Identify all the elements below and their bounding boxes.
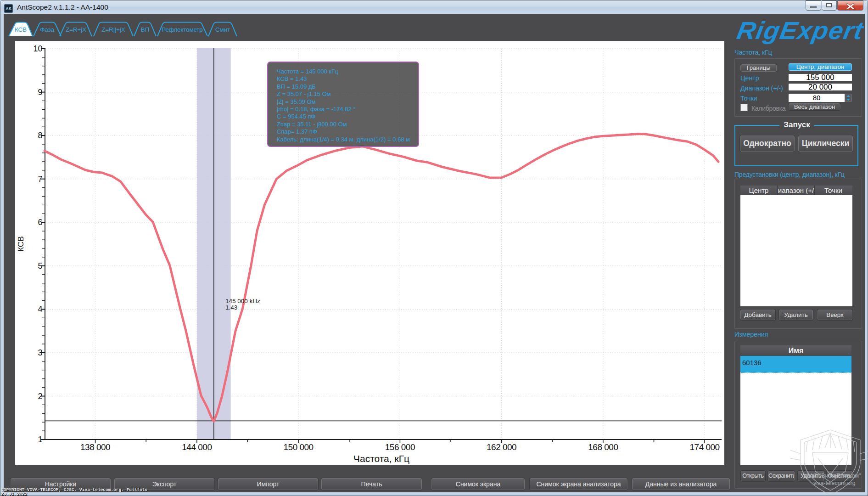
- svg-text:4: 4: [38, 304, 42, 314]
- svg-text:1: 1: [38, 435, 42, 444]
- svg-text:Фаза: Фаза: [40, 26, 54, 33]
- svg-text:Z=R+jX: Z=R+jX: [66, 26, 86, 33]
- svg-text:138 000: 138 000: [80, 442, 110, 452]
- svg-text:КСВ: КСВ: [17, 236, 25, 251]
- svg-text:10: 10: [33, 44, 42, 53]
- svg-text:1.43: 1.43: [225, 304, 237, 311]
- svg-text:156 000: 156 000: [385, 442, 415, 452]
- svg-text:144 000: 144 000: [182, 442, 212, 452]
- svg-text:9: 9: [38, 88, 42, 97]
- svg-text:8: 8: [38, 131, 42, 140]
- svg-text:Смит: Смит: [215, 26, 230, 33]
- svg-text:2: 2: [38, 392, 42, 401]
- svg-text:168 000: 168 000: [588, 442, 618, 452]
- svg-text:Z=R||+jX: Z=R||+jX: [101, 26, 125, 33]
- svg-text:5: 5: [38, 261, 42, 271]
- svg-text:150 000: 150 000: [284, 442, 314, 452]
- svg-text:162 000: 162 000: [487, 442, 516, 452]
- svg-text:6: 6: [38, 218, 42, 227]
- svg-text:Частота, кГц: Частота, кГц: [353, 453, 409, 464]
- svg-text:7: 7: [38, 175, 42, 184]
- svg-text:Рефлектометр: Рефлектометр: [162, 26, 202, 33]
- svg-text:RigExpert: RigExpert: [735, 18, 864, 45]
- svg-text:КСВ: КСВ: [15, 26, 27, 33]
- svg-text:174 000: 174 000: [690, 442, 720, 452]
- svg-text:3: 3: [38, 348, 42, 357]
- svg-text:ВП: ВП: [141, 26, 149, 33]
